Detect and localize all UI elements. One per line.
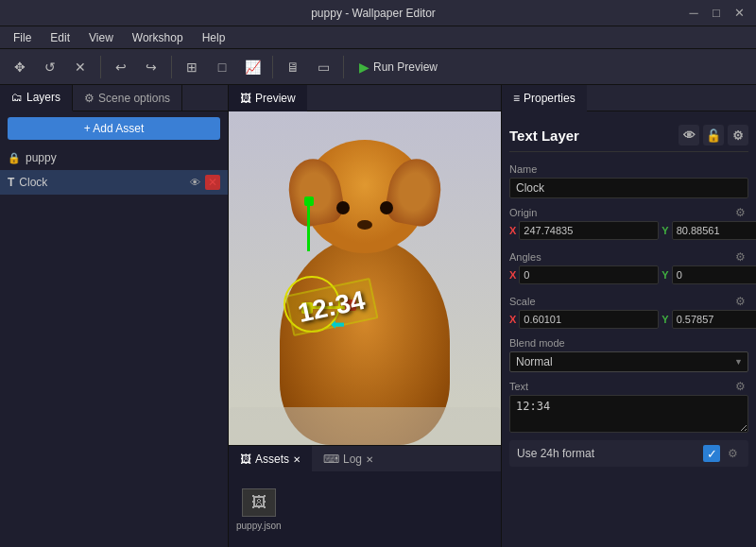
arrow-handle[interactable]: ➡ [331,315,345,335]
toolbar-sep-2 [171,56,172,78]
puppy-eye-right [380,201,393,214]
x-label: X [509,225,516,236]
assets-icon: 🖼 [240,453,251,466]
asset-puppy-json[interactable]: 🖼 puppy.json [236,488,282,531]
origin-y-input[interactable] [672,221,756,240]
menu-workshop[interactable]: Workshop [123,26,193,49]
visibility-toggle[interactable]: 👁 [679,125,699,145]
asset-icon: 🖼 [242,488,276,517]
tab-assets[interactable]: 🖼 Assets ✕ [229,446,312,472]
assets-area: 🖼 puppy.json [229,471,501,547]
blend-mode-select[interactable]: Normal Additive Multiply Screen [509,351,748,372]
tool-monitor[interactable]: 🖥 [279,54,307,80]
tool-rotate[interactable]: ↺ [36,54,64,80]
origin-gear[interactable]: ⚙ [731,204,748,221]
origin-label: Origin [509,207,537,218]
layer-item-clock[interactable]: T Clock 👁 ✕ [0,170,228,195]
menu-help[interactable]: Help [193,26,235,49]
settings-button[interactable]: ⚙ [728,125,748,145]
layers-icon: 🗂 [11,91,23,104]
menu-edit[interactable]: Edit [41,26,79,49]
tool-chart[interactable]: 📈 [238,54,266,80]
toolbar-sep-1 [100,56,101,78]
tab-scene-options[interactable]: ⚙ Scene options [73,85,182,111]
close-button[interactable]: ✕ [730,4,748,23]
y-axis-top-handle[interactable] [304,197,314,206]
right-panel: ≡ Properties Text Layer 👁 🔓 ⚙ Name Origi… [501,85,756,547]
eye-icon[interactable]: 👁 [190,177,200,188]
section-icons: 👁 🔓 ⚙ [679,125,748,145]
tool-grid[interactable]: ⊞ [178,54,206,80]
play-icon: ▶ [359,60,369,75]
tool-undo[interactable]: ↩ [107,54,135,80]
left-tab-bar: 🗂 Layers ⚙ Scene options [0,85,228,111]
lock-toggle[interactable]: 🔓 [703,125,724,145]
log-icon: ⌨ [323,453,339,466]
lock-icon: 🔒 [8,152,21,164]
angles-gear[interactable]: ⚙ [731,248,748,265]
scale-label: Scale [509,296,536,307]
section-title-text-layer: Text Layer 👁 🔓 ⚙ [509,119,748,152]
delete-layer-button[interactable]: ✕ [205,175,220,190]
menu-view[interactable]: View [79,26,123,49]
tab-log[interactable]: ⌨ Log ✕ [312,446,385,472]
name-input[interactable] [509,178,748,198]
layer-item-puppy[interactable]: 🔒 puppy [0,145,228,170]
scale-gear[interactable]: ⚙ [731,293,748,310]
tab-properties[interactable]: ≡ Properties [502,85,587,111]
angles-y-input[interactable] [672,265,756,284]
add-asset-button[interactable]: + Add Asset [8,117,220,140]
sx-label: X [509,314,516,325]
maximize-button[interactable]: □ [707,4,726,23]
y-axis-handle [307,204,310,251]
scale-y-input[interactable] [672,310,756,329]
menu-bar: File Edit View Workshop Help [0,26,756,49]
close-log-tab[interactable]: ✕ [366,454,373,465]
main-content: 🗂 Layers ⚙ Scene options + Add Asset 🔒 p… [0,85,756,547]
use24h-row: Use 24h format ✓ ⚙ [509,440,748,467]
puppy-eye-left [336,201,350,214]
minimize-button[interactable]: ─ [684,4,703,23]
name-label: Name [509,163,748,175]
tool-redo[interactable]: ↪ [137,54,165,80]
angles-row-header: Angles ⚙ [509,248,748,265]
tool-rect[interactable]: □ [208,54,236,80]
text-label: Text [509,381,528,392]
tool-move[interactable]: ✥ [6,54,34,80]
layer-name-clock: Clock [19,176,185,189]
bottom-tab-bar: 🖼 Assets ✕ ⌨ Log ✕ [229,445,501,471]
menu-file[interactable]: File [4,26,41,49]
tab-preview[interactable]: 🖼 Preview [229,85,307,111]
run-preview-button[interactable]: ▶ Run Preview [350,56,447,78]
text-layer-icon: T [8,176,14,189]
sy-label: Y [662,314,668,325]
blend-label: Blend mode [509,337,748,349]
ay-label: Y [662,269,668,281]
toolbar-sep-3 [272,56,273,78]
properties-icon: ≡ [513,92,520,105]
preview-icon: 🖼 [240,92,251,105]
toolbar: ✥ ↺ ✕ ↩ ↪ ⊞ □ 📈 🖥 ▭ ▶ Run Preview [0,49,756,85]
text-textarea[interactable]: 12:34 [509,395,748,433]
text-row-header: Text ⚙ [509,378,748,395]
title-bar: puppy - Wallpaper Editor ─ □ ✕ [0,0,756,26]
origin-x-input[interactable] [519,221,659,240]
preview-image: ❄ ❄ ❄ ❄ [229,111,501,445]
scale-x-input[interactable] [519,310,659,329]
angles-label: Angles [509,251,541,263]
tool-delete[interactable]: ✕ [66,54,94,80]
close-assets-tab[interactable]: ✕ [293,454,301,465]
ground [229,407,501,445]
puppy-nose [357,220,372,230]
layer-list: 🔒 puppy T Clock 👁 ✕ [0,145,228,547]
tab-layers[interactable]: 🗂 Layers [0,85,73,111]
title-text: puppy - Wallpaper Editor [64,7,682,20]
tool-window[interactable]: ▭ [309,54,337,80]
use24h-checkbox[interactable]: ✓ [703,445,720,462]
angles-x-input[interactable] [519,265,659,284]
toolbar-sep-4 [343,56,344,78]
scale-row-header: Scale ⚙ [509,293,748,310]
use24h-controls: ✓ ⚙ [703,445,741,462]
use24h-gear[interactable]: ⚙ [724,445,741,462]
text-gear[interactable]: ⚙ [731,378,748,395]
